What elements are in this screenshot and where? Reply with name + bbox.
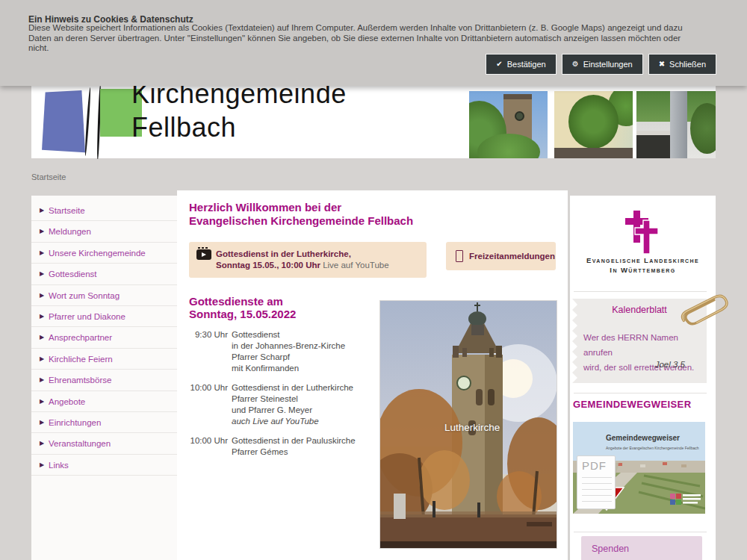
sidebar-item-label: Einrichtungen xyxy=(49,418,101,427)
youtube-service-text: Gottesdienst in der Lutherkirche, Sonnta… xyxy=(216,249,389,271)
sidebar-item-einrichtungen[interactable]: ▶Einrichtungen xyxy=(31,412,177,433)
sidebar-item-label: Meldungen xyxy=(49,227,91,236)
close-button-label: Schließen xyxy=(669,60,706,69)
wegweiser-title: Gemeindewegweiser xyxy=(606,434,680,442)
base-shape xyxy=(554,148,633,158)
paperclip-icon xyxy=(673,291,737,330)
gear-icon: ⚙ xyxy=(572,60,579,68)
sidebar-item-startseite[interactable]: ▶Startseite xyxy=(31,200,177,221)
service-entry: 10:00 Uhr Gottesdienst in der Lutherkirc… xyxy=(189,382,377,427)
arrow-icon: ▶ xyxy=(40,370,44,391)
header-photo-yellow-building xyxy=(554,91,633,158)
header-photo-modern-church xyxy=(636,91,716,158)
sidebar-item-pfarrer-und-diakone[interactable]: ▶Pfarrer und Diakone xyxy=(31,306,177,327)
service-details: Gottesdienst in der Lutherkirche Pfarrer… xyxy=(232,382,353,427)
gemeindewegweiser-heading: GEMEINDEWEGWEISER xyxy=(573,399,691,410)
cookie-banner-body: Diese Website speichert Informationen al… xyxy=(28,23,686,54)
sidebar-item-unsere-kirchengemeinde[interactable]: ▶Unsere Kirchengemeinde xyxy=(31,243,177,264)
site-title: Kirchengemeinde Fellbach xyxy=(131,77,347,144)
sidebar-item-ehrenamtsboerse[interactable]: ▶Ehrenamtsbörse xyxy=(31,370,177,391)
foliage-shape xyxy=(568,95,619,149)
welcome-heading-line1: Herzlich Willkommen bei der xyxy=(189,201,413,214)
sidebar-item-wort-zum-sonntag[interactable]: ▶Wort zum Sonntag xyxy=(31,285,177,306)
sidebar-item-kirchliche-feiern[interactable]: ▶Kirchliche Feiern xyxy=(31,349,177,370)
youtube-service-datetime: Sonntag 15.05., 10:00 Uhr xyxy=(216,261,320,270)
quote-attribution: Joel 3,5 xyxy=(655,360,685,369)
sidebar-item-label: Pfarrer und Diakone xyxy=(49,312,125,321)
site-title-line2: Fellbach xyxy=(131,111,347,144)
service-line: Pfarrer Steinestel xyxy=(232,393,353,405)
close-icon: ✖ xyxy=(659,60,665,68)
sidebar-item-label: Angebote xyxy=(49,397,85,406)
confirm-button-label: Bestätigen xyxy=(507,60,546,69)
service-time: 10:00 Uhr xyxy=(189,382,228,427)
clock-shape xyxy=(515,111,524,121)
pillar-shape xyxy=(670,91,687,158)
sidebar-item-angebote[interactable]: ▶Angebote xyxy=(31,391,177,412)
main-content: Herzlich Willkommen bei der Evangelische… xyxy=(177,190,568,560)
confirm-button[interactable]: ✔ Bestätigen xyxy=(486,54,556,75)
site-header: Kirchengemeinde Fellbach xyxy=(31,77,716,158)
site-logo[interactable] xyxy=(40,84,134,155)
kalenderblatt-quote: Wer des HERRN Namen anrufen wird, der so… xyxy=(583,330,707,375)
service-line: Gottesdienst xyxy=(232,329,345,340)
settings-button[interactable]: ⚙ Einstellungen xyxy=(562,54,643,75)
arrow-icon: ▶ xyxy=(40,306,44,327)
quote-line1: Wer des HERRN Namen anrufen xyxy=(583,330,707,360)
sidebar-item-label: Startseite xyxy=(49,206,85,215)
service-entry: 9:30 Uhr Gottesdienst in der Johannes-Br… xyxy=(189,329,377,374)
landeskirche-name: Evangelische Landeskirche In Württemberg xyxy=(570,255,716,275)
arrow-icon: ▶ xyxy=(40,221,44,242)
sidebar-item-ansprechpartner[interactable]: ▶Ansprechpartner xyxy=(31,327,177,348)
pdf-icon: PDF xyxy=(577,455,616,509)
youtube-service-live-label: Live auf YouTube xyxy=(323,261,388,270)
arrow-icon: ▶ xyxy=(40,327,44,348)
lutherkirche-photo: Lutherkirche xyxy=(379,300,557,549)
sidebar-item-veranstaltungen[interactable]: ▶Veranstaltungen xyxy=(31,433,177,454)
welcome-heading: Herzlich Willkommen bei der Evangelische… xyxy=(189,201,413,227)
services-heading-line1: Gottesdienste am xyxy=(189,295,296,308)
youtube-service-line2: Sonntag 15.05., 10:00 Uhr Live auf YouTu… xyxy=(216,260,389,271)
sidebar-item-label: Veranstaltungen xyxy=(49,439,111,448)
arrow-icon: ▶ xyxy=(40,349,44,370)
right-column: Evangelische Landeskirche In Württemberg… xyxy=(570,196,716,560)
service-entry: 10:00 Uhr Gottesdienst in der Pauluskirc… xyxy=(189,435,377,458)
arrow-icon: ▶ xyxy=(40,391,44,412)
sidebar-item-label: Links xyxy=(49,461,69,470)
arrow-icon: ▶ xyxy=(40,243,44,264)
settings-button-label: Einstellungen xyxy=(583,60,633,69)
close-button[interactable]: ✖ Schließen xyxy=(648,54,716,75)
pdf-text-lines xyxy=(582,477,612,505)
sidebar-item-meldungen[interactable]: ▶Meldungen xyxy=(31,221,177,242)
entrance-shape xyxy=(636,135,672,158)
arrow-icon: ▶ xyxy=(40,433,44,454)
breadcrumb[interactable]: Startseite xyxy=(31,172,66,181)
sidebar-nav: ▶Startseite ▶Meldungen ▶Unsere Kirchenge… xyxy=(31,196,177,560)
arrow-icon: ▶ xyxy=(40,412,44,433)
pdf-label: PDF xyxy=(582,459,607,472)
youtube-service-link[interactable]: Gottesdienst in der Lutherkirche, Sonnta… xyxy=(189,242,427,278)
sidebar-item-gottesdienst[interactable]: ▶Gottesdienst xyxy=(31,264,177,284)
spenden-button[interactable]: Spenden xyxy=(581,536,702,560)
sidebar-item-label: Ansprechpartner xyxy=(49,333,112,342)
service-time: 9:30 Uhr xyxy=(189,329,228,374)
freizeitanmeldungen-link[interactable]: Freizeitanmeldungen xyxy=(446,242,556,270)
gemeindewegweiser-pdf-link[interactable]: Gemeindewegweiser Angebote der Evangelis… xyxy=(573,422,705,514)
service-details: Gottesdienst in der Pauluskirche Pfarrer… xyxy=(232,435,356,458)
sidebar-item-label: Unsere Kirchengemeinde xyxy=(49,249,146,258)
wegweiser-subtitle: Angebote der Evangelischen Kirchengemein… xyxy=(606,446,700,450)
quote-line2: wird, der soll errettet werden. xyxy=(583,360,707,375)
landeskirche-name-line2: In Württemberg xyxy=(570,265,716,275)
sidebar-item-links[interactable]: ▶Links xyxy=(31,455,177,476)
spenden-label: Spenden xyxy=(592,544,629,554)
service-line: Pfarrer Scharpf xyxy=(232,352,345,363)
arrow-icon: ▶ xyxy=(40,455,44,476)
service-line: und Pfarrer G. Meyer xyxy=(232,405,353,416)
services-heading-line2: Sonntag, 15.05.2022 xyxy=(189,308,296,320)
arrow-icon: ▶ xyxy=(40,264,44,284)
header-photo-church-tower xyxy=(469,91,548,158)
arrow-icon: ▶ xyxy=(40,200,44,221)
foliage-shape xyxy=(690,103,716,154)
logo-blue-shape-icon xyxy=(42,90,85,153)
welcome-heading-line2: Evangelischen Kirchengemeinde Fellbach xyxy=(189,214,413,228)
